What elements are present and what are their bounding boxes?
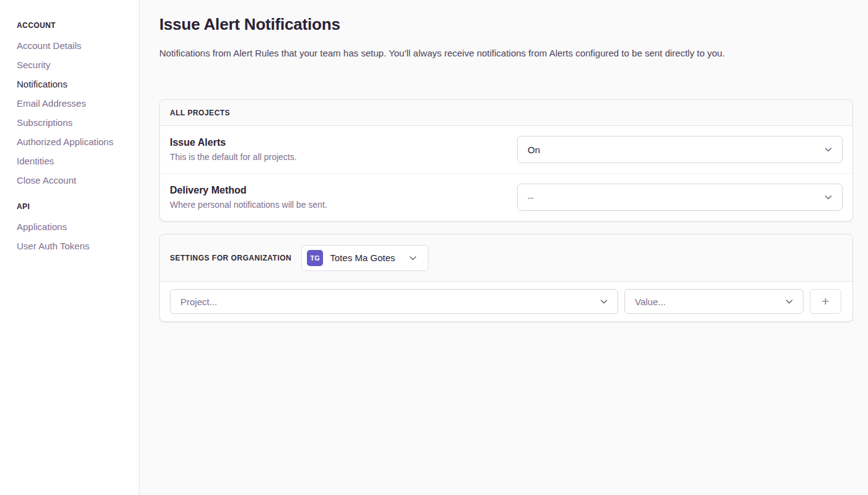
- chevron-down-icon: [599, 297, 609, 306]
- sidebar-item-authorized-applications[interactable]: Authorized Applications: [17, 136, 126, 148]
- sidebar-item-user-auth-tokens[interactable]: User Auth Tokens: [17, 240, 126, 252]
- issue-alerts-row: Issue Alerts This is the default for all…: [160, 126, 852, 174]
- value-select[interactable]: Value...: [624, 289, 804, 314]
- add-project-setting-button[interactable]: +: [810, 289, 841, 314]
- organization-panel-header-label: SETTINGS FOR ORGANIZATION: [170, 254, 291, 262]
- plus-icon: +: [822, 295, 829, 308]
- sidebar-header-api: API: [17, 202, 126, 211]
- issue-alerts-select[interactable]: On: [517, 136, 843, 163]
- issue-alerts-select-value: On: [528, 145, 540, 155]
- delivery-method-control-col: --: [517, 184, 843, 211]
- delivery-method-select-value: --: [528, 192, 534, 203]
- sidebar-section-api: API Applications User Auth Tokens: [17, 202, 126, 252]
- page-title: Issue Alert Notifications: [159, 15, 853, 34]
- delivery-method-row: Delivery Method Where personal notificat…: [160, 174, 852, 221]
- settings-sidebar: ACCOUNT Account Details Security Notific…: [0, 0, 140, 495]
- sidebar-header-account: ACCOUNT: [17, 21, 126, 30]
- sidebar-item-security[interactable]: Security: [17, 59, 126, 71]
- sidebar-item-email-addresses[interactable]: Email Addresses: [17, 97, 126, 109]
- sidebar-item-account-details[interactable]: Account Details: [17, 40, 126, 51]
- organization-panel-header: SETTINGS FOR ORGANIZATION TG Totes Ma Go…: [160, 234, 852, 282]
- organization-avatar: TG: [307, 250, 323, 266]
- sidebar-item-applications[interactable]: Applications: [17, 221, 126, 233]
- issue-alerts-help: This is the default for all projects.: [170, 152, 502, 162]
- chevron-down-icon: [823, 145, 833, 154]
- all-projects-panel: ALL PROJECTS Issue Alerts This is the de…: [159, 99, 853, 221]
- project-select-placeholder: Project...: [180, 297, 217, 307]
- delivery-method-label: Delivery Method: [170, 185, 502, 196]
- delivery-method-select[interactable]: --: [517, 184, 843, 211]
- all-projects-panel-header: ALL PROJECTS: [160, 100, 852, 126]
- delivery-method-help: Where personal notifications will be sen…: [170, 200, 502, 210]
- sidebar-item-identities[interactable]: Identities: [17, 155, 126, 167]
- organization-panel-body: Project... Value... +: [160, 282, 852, 321]
- value-select-placeholder: Value...: [635, 297, 666, 307]
- project-select[interactable]: Project...: [170, 289, 618, 314]
- organization-selector[interactable]: TG Totes Ma Gotes: [301, 245, 428, 271]
- chevron-down-icon: [408, 253, 418, 263]
- delivery-method-label-col: Delivery Method Where personal notificat…: [170, 185, 517, 210]
- organization-name: Totes Ma Gotes: [330, 252, 395, 263]
- issue-alerts-label-col: Issue Alerts This is the default for all…: [170, 137, 517, 162]
- organization-settings-panel: SETTINGS FOR ORGANIZATION TG Totes Ma Go…: [159, 234, 853, 322]
- sidebar-section-account: ACCOUNT Account Details Security Notific…: [17, 21, 126, 186]
- sidebar-item-subscriptions[interactable]: Subscriptions: [17, 117, 126, 128]
- main-content: Issue Alert Notifications Notifications …: [140, 0, 868, 495]
- issue-alerts-label: Issue Alerts: [170, 137, 502, 148]
- chevron-down-icon: [784, 297, 794, 306]
- page-description: Notifications from Alert Rules that your…: [159, 47, 853, 60]
- sidebar-item-notifications[interactable]: Notifications: [17, 78, 126, 90]
- sidebar-item-close-account[interactable]: Close Account: [17, 174, 126, 186]
- chevron-down-icon: [823, 192, 833, 202]
- issue-alerts-control-col: On: [517, 136, 843, 163]
